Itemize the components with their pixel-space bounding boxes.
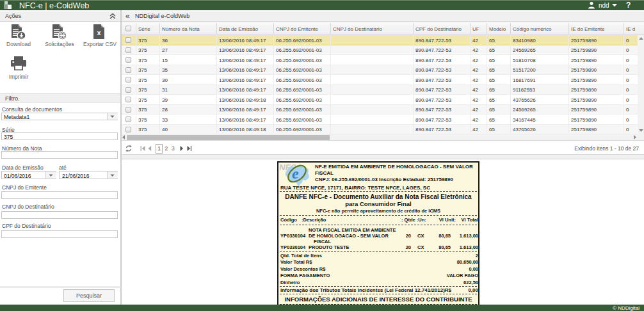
svg-text:x: x [97, 29, 101, 36]
svg-text:e: e [292, 165, 299, 182]
